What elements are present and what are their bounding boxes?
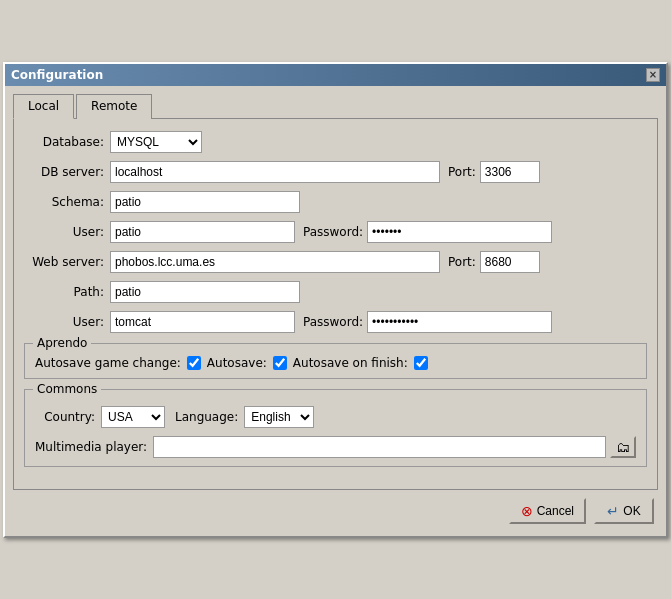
ok-label: OK [623,504,640,518]
autosave-game-checkbox[interactable] [187,356,201,370]
button-row: ⊗ Cancel ↵ OK [13,490,658,528]
autosave-label: Autosave: [207,356,267,370]
multimedia-label: Multimedia player: [35,440,147,454]
ok-icon: ↵ [607,503,619,519]
commons-title: Commons [33,382,101,396]
multimedia-row: Multimedia player: 🗂 [35,436,636,458]
path-row: Path: [24,281,647,303]
schema-label: Schema: [24,195,104,209]
password-label: Password: [303,225,363,239]
schema-input[interactable] [110,191,300,213]
window-title: Configuration [11,68,103,82]
web-port-label: Port: [448,255,476,269]
close-button[interactable]: × [646,68,660,82]
aprendo-section: Aprendo Autosave game change: Autosave: … [24,343,647,379]
autosave-checkbox[interactable] [273,356,287,370]
user2-input[interactable] [110,311,295,333]
user2-label: User: [24,315,104,329]
configuration-window: Configuration × Local Remote Database: M… [3,62,668,538]
local-tab-content: Database: MYSQL PostgreSQL DB server: Po… [13,118,658,490]
user2-password2-row: User: Password: [24,311,647,333]
port-label: Port: [448,165,476,179]
tab-bar: Local Remote [13,94,658,119]
language-select[interactable]: English Spanish French [244,406,314,428]
window-content: Local Remote Database: MYSQL PostgreSQL … [5,86,666,536]
web-server-input[interactable] [110,251,440,273]
schema-row: Schema: [24,191,647,213]
user-password-row: User: Password: [24,221,647,243]
password2-input[interactable] [367,311,552,333]
password2-label: Password: [303,315,363,329]
aprendo-checkboxes: Autosave game change: Autosave: Autosave… [35,356,636,370]
database-label: Database: [24,135,104,149]
db-server-input[interactable] [110,161,440,183]
autosave-game-label: Autosave game change: [35,356,181,370]
db-port-input[interactable] [480,161,540,183]
cancel-icon: ⊗ [521,503,533,519]
tab-local[interactable]: Local [13,94,74,119]
path-label: Path: [24,285,104,299]
tab-remote[interactable]: Remote [76,94,152,119]
web-server-row: Web server: Port: [24,251,647,273]
country-label: Country: [35,410,95,424]
db-server-label: DB server: [24,165,104,179]
web-server-label: Web server: [24,255,104,269]
autosave-finish-checkbox[interactable] [414,356,428,370]
folder-button[interactable]: 🗂 [610,436,636,458]
web-port-input[interactable] [480,251,540,273]
user-label: User: [24,225,104,239]
db-server-row: DB server: Port: [24,161,647,183]
database-input-wrapper: MYSQL PostgreSQL [110,131,202,153]
ok-button[interactable]: ↵ OK [594,498,654,524]
aprendo-title: Aprendo [33,336,91,350]
language-label: Language: [175,410,238,424]
autosave-finish-label: Autosave on finish: [293,356,408,370]
multimedia-input[interactable] [153,436,606,458]
commons-section: Commons Country: USA Spain France Langua… [24,389,647,467]
title-bar: Configuration × [5,64,666,86]
user-input[interactable] [110,221,295,243]
password-input[interactable] [367,221,552,243]
path-input[interactable] [110,281,300,303]
country-language-row: Country: USA Spain France Language: Engl… [35,406,636,428]
cancel-button[interactable]: ⊗ Cancel [509,498,586,524]
database-row: Database: MYSQL PostgreSQL [24,131,647,153]
country-select[interactable]: USA Spain France [101,406,165,428]
database-select[interactable]: MYSQL PostgreSQL [110,131,202,153]
cancel-label: Cancel [537,504,574,518]
